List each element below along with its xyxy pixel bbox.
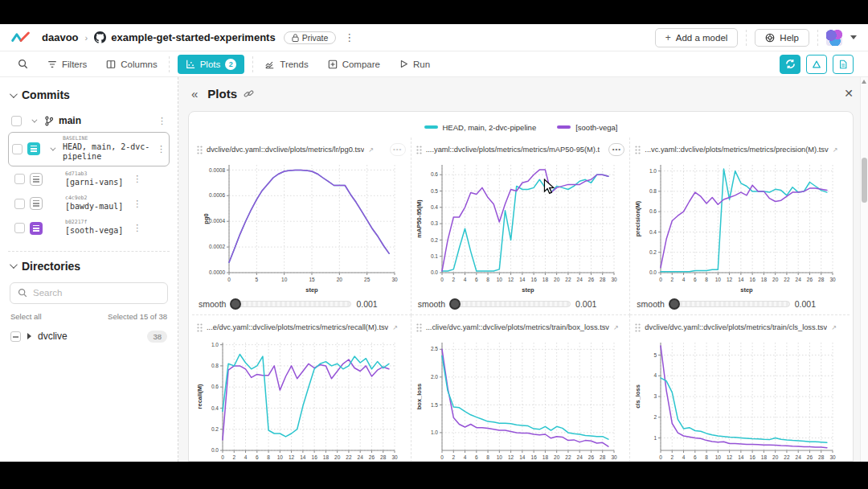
svg-text:18: 18	[761, 454, 768, 460]
tab-trends[interactable]: Trends	[256, 55, 316, 73]
svg-text:0.0: 0.0	[431, 269, 438, 275]
delta-compare-button[interactable]	[806, 55, 827, 74]
scrollbar-up-arrow[interactable]	[862, 80, 866, 84]
expand-icon[interactable]: ↗	[831, 324, 837, 331]
plot-menu-button[interactable]: •••	[608, 143, 624, 156]
expand-icon[interactable]: ↗	[833, 146, 838, 154]
drag-handle-icon[interactable]	[416, 323, 422, 332]
commit-menu-button[interactable]: ⋮	[157, 144, 166, 154]
dvc-studio-logo-icon[interactable]	[11, 31, 31, 45]
tab-compare[interactable]: Compare	[320, 55, 388, 73]
svg-text:12: 12	[289, 454, 295, 460]
slider-knob[interactable]	[230, 298, 241, 310]
svg-text:25: 25	[364, 277, 371, 282]
line-chart-cls-loss[interactable]: 02468101214161820222426283012345stepcls_…	[635, 336, 845, 462]
svg-text:0.1: 0.1	[431, 253, 438, 259]
commit-row-bawdy-maul[interactable]: c4c9eb2 [bawdy-maul] ⋮	[8, 192, 170, 215]
drag-handle-icon[interactable]	[635, 323, 641, 332]
add-model-button[interactable]: + Add a model	[655, 28, 739, 47]
directories-search[interactable]	[10, 282, 168, 304]
select-all-link[interactable]: Select all	[10, 312, 42, 321]
chevron-down-icon	[10, 90, 18, 98]
commit-menu-button[interactable]: ⋮	[133, 199, 141, 209]
svg-text:0.0002: 0.0002	[209, 244, 225, 249]
slider-knob[interactable]	[449, 298, 461, 310]
vertical-scrollbar[interactable]	[860, 77, 868, 462]
commit-checkbox[interactable]	[14, 199, 25, 209]
repo-menu-button[interactable]: ⋮	[344, 31, 355, 43]
close-panel-button[interactable]: ✕	[844, 87, 854, 100]
smooth-slider[interactable]	[231, 301, 351, 307]
line-chart-pg0[interactable]: 0510152025300.00000.00020.00040.00060.00…	[197, 158, 406, 295]
sidebar: Commits main ⋮	[0, 77, 178, 462]
divider	[252, 56, 253, 72]
columns-button[interactable]: Columns	[98, 55, 165, 73]
user-menu-caret-icon[interactable]	[850, 35, 857, 39]
commit-row-sooth-vega[interactable]: b02217f [sooth-vega] ⋮	[8, 216, 170, 239]
breadcrumb-org[interactable]: daavoo	[42, 31, 79, 43]
breadcrumb-repo[interactable]: example-get-started-experiments	[111, 31, 275, 43]
commits-section-header[interactable]: Commits	[10, 88, 170, 101]
privacy-badge: Private	[284, 31, 337, 44]
commit-checkbox[interactable]	[12, 144, 23, 154]
search-button[interactable]	[10, 55, 36, 73]
help-button[interactable]: Help	[755, 29, 809, 47]
svg-text:18: 18	[761, 277, 768, 282]
expand-icon[interactable]: ↗	[392, 324, 398, 331]
tab-plots[interactable]: Plots 2	[178, 55, 245, 74]
commit-row-baseline[interactable]: BASELINE HEAD, main, 2-dvc-pipeline ⋮	[8, 132, 170, 166]
filters-button[interactable]: Filters	[39, 55, 95, 73]
commit-checkbox[interactable]	[14, 174, 25, 184]
drag-handle-icon[interactable]	[416, 146, 422, 154]
collapse-panel-button[interactable]: «	[191, 87, 198, 101]
directories-section-header[interactable]: Directories	[10, 260, 170, 273]
drag-handle-icon[interactable]	[197, 146, 203, 154]
line-chart-box-loss[interactable]: 0246810121416182022242628301.01.52.02.5s…	[416, 336, 625, 462]
branch-checkbox[interactable]	[11, 116, 22, 126]
github-icon	[94, 31, 106, 43]
line-chart-map50-95[interactable]: 0246810121416182022242628300.00.10.20.30…	[416, 158, 625, 295]
scrollbar-thumb[interactable]	[862, 158, 867, 203]
user-avatar[interactable]	[826, 30, 842, 46]
refresh-button[interactable]	[780, 55, 800, 74]
svg-text:8: 8	[706, 277, 709, 282]
report-button[interactable]	[833, 55, 854, 74]
document-icon	[838, 60, 848, 69]
experiment-badge-icon	[30, 197, 43, 210]
expand-icon[interactable]: ↗	[368, 146, 374, 154]
drag-handle-icon[interactable]	[635, 146, 641, 154]
drag-handle-icon[interactable]	[197, 323, 203, 332]
scatter-plot-icon	[186, 60, 195, 69]
experiment-badge-icon	[27, 142, 40, 155]
svg-text:10: 10	[277, 454, 284, 460]
line-chart-recall[interactable]: 0246810121416182022242628300.00.20.40.60…	[197, 336, 406, 462]
slider-knob[interactable]	[669, 298, 680, 310]
branch-menu-button[interactable]: ⋮	[158, 116, 166, 126]
svg-text:16: 16	[750, 277, 756, 282]
svg-text:4: 4	[682, 277, 686, 282]
directory-checkbox[interactable]	[10, 331, 21, 342]
commit-menu-button[interactable]: ⋮	[133, 223, 141, 233]
branch-name[interactable]: main	[59, 115, 81, 126]
expand-icon[interactable]: ↗	[613, 324, 619, 331]
svg-text:2.5: 2.5	[431, 346, 438, 351]
run-button[interactable]: Run	[391, 55, 438, 73]
svg-text:10: 10	[281, 277, 288, 282]
search-input[interactable]	[33, 288, 154, 298]
branch-collapse-button[interactable]	[27, 114, 39, 127]
smooth-slider[interactable]	[450, 301, 571, 307]
caret-right-icon[interactable]	[27, 333, 31, 339]
branch-row[interactable]: main ⋮	[8, 111, 170, 130]
smooth-slider[interactable]	[669, 301, 790, 307]
line-chart-precision[interactable]: 0246810121416182022242628300.00.20.40.60…	[635, 158, 845, 295]
svg-text:8: 8	[706, 454, 709, 460]
plot-menu-button[interactable]: •••	[390, 143, 406, 156]
commit-row-garni-vans[interactable]: 6d71ab3 [garni-vans] ⋮	[8, 168, 170, 191]
directory-row-dvclive[interactable]: dvclive 38	[8, 327, 170, 346]
commit-collapse-button[interactable]	[45, 142, 58, 155]
commit-checkbox[interactable]	[14, 223, 25, 233]
svg-text:10: 10	[496, 277, 502, 282]
svg-text:6: 6	[256, 454, 259, 460]
link-icon[interactable]	[244, 88, 254, 99]
commit-menu-button[interactable]: ⋮	[133, 174, 141, 184]
